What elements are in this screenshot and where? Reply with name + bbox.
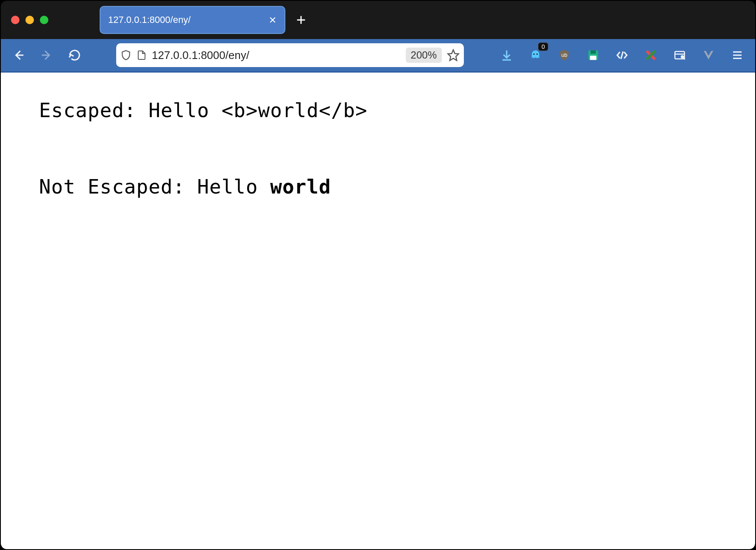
svg-marker-6 [448, 50, 459, 61]
unescaped-label: Not Escaped: [39, 175, 197, 198]
noscript-extension-icon[interactable] [643, 48, 658, 63]
tab-title: 127.0.0.1:8000/eny/ [108, 14, 263, 25]
bookmark-star-icon[interactable] [447, 49, 460, 62]
page-info-icon[interactable] [137, 50, 147, 61]
url-text: 127.0.0.1:8000/eny/ [152, 49, 401, 62]
hamburger-menu-icon[interactable] [730, 48, 745, 63]
new-tab-button[interactable] [293, 12, 309, 28]
reload-button[interactable] [63, 43, 86, 67]
svg-marker-22 [704, 51, 714, 59]
forward-button[interactable] [35, 43, 59, 67]
unescaped-bold: world [270, 175, 331, 198]
nav-toolbar: 127.0.0.1:8000/eny/ 200% 0 ub [1, 39, 755, 73]
svg-line-15 [621, 51, 623, 59]
unescaped-plain: Hello [197, 175, 270, 198]
escaped-output-line: Escaped: Hello <b>world</b> [39, 98, 717, 123]
minimize-window-button[interactable] [25, 16, 34, 24]
svg-point-9 [533, 53, 535, 55]
save-extension-icon[interactable] [586, 48, 601, 63]
ublock-extension-icon[interactable]: ub [557, 48, 572, 63]
escaped-value: Hello <b>world</b> [148, 99, 368, 122]
svg-rect-14 [590, 56, 597, 60]
tab-strip: 127.0.0.1:8000/eny/ [100, 6, 309, 34]
vue-extension-icon[interactable] [701, 48, 716, 63]
window-controls [11, 16, 48, 24]
svg-text:ub: ub [561, 52, 567, 58]
downloads-icon[interactable] [499, 48, 514, 63]
close-tab-icon[interactable] [268, 16, 277, 24]
ghost-extension-icon[interactable]: 0 [528, 48, 543, 63]
address-bar[interactable]: 127.0.0.1:8000/eny/ 200% [116, 43, 464, 67]
shield-icon[interactable] [120, 50, 131, 61]
page-viewport: Escaped: Hello <b>world</b> Not Escaped:… [1, 73, 755, 549]
unescaped-output-line: Not Escaped: Hello world [39, 174, 717, 200]
back-button[interactable] [7, 43, 31, 67]
browser-tab-active[interactable]: 127.0.0.1:8000/eny/ [100, 6, 285, 34]
close-window-button[interactable] [11, 16, 20, 24]
toolbar-extensions: 0 ub [499, 48, 749, 63]
titlebar: 127.0.0.1:8000/eny/ [1, 1, 755, 39]
zoom-level-badge[interactable]: 200% [406, 48, 442, 63]
container-extension-icon[interactable] [672, 48, 687, 63]
escaped-label: Escaped: [39, 99, 148, 122]
svg-point-10 [536, 53, 538, 55]
devtools-icon[interactable] [614, 48, 630, 63]
extension-badge-count: 0 [538, 42, 548, 51]
svg-rect-13 [591, 51, 596, 54]
maximize-window-button[interactable] [40, 16, 48, 24]
